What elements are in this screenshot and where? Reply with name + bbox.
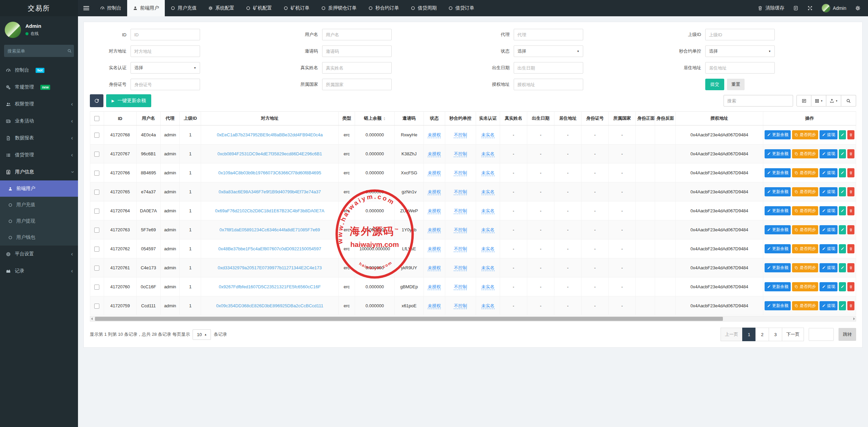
- sidebar-subitem-用户充值[interactable]: 用户充值: [0, 197, 78, 213]
- sync-button[interactable]: 是否同步: [792, 282, 818, 291]
- sidebar-item-常规管理[interactable]: 常规管理new: [0, 79, 78, 96]
- pagination-page-2[interactable]: 2: [755, 328, 769, 341]
- sidebar-item-数据报表[interactable]: 数据报表‹: [0, 130, 78, 147]
- filter-input-对方地址[interactable]: [131, 45, 200, 57]
- delete-button[interactable]: [847, 301, 854, 310]
- filter-select-秒合约单控[interactable]: 选择▼: [705, 45, 775, 57]
- edit-button[interactable]: [839, 263, 846, 272]
- scroll-right-icon[interactable]: [853, 317, 855, 320]
- columns-button[interactable]: ▼: [811, 95, 826, 106]
- second-contract-toggle[interactable]: 不控制: [454, 246, 467, 252]
- edit-button[interactable]: [839, 130, 846, 139]
- row-checkbox[interactable]: [94, 247, 99, 252]
- filter-input-所属国家[interactable]: [322, 79, 392, 90]
- top-tab-秒合约订单[interactable]: 秒合约订单: [362, 0, 405, 16]
- second-contract-toggle[interactable]: 不控制: [454, 208, 467, 214]
- delete-button[interactable]: [847, 168, 854, 177]
- withdraw-button[interactable]: 提现: [820, 244, 837, 253]
- clear-cache-button[interactable]: 清除缓存: [757, 5, 784, 11]
- realname-auth-toggle[interactable]: 未实名: [481, 170, 495, 176]
- withdraw-button[interactable]: 提现: [820, 206, 837, 215]
- menu-search-input[interactable]: [7, 48, 67, 54]
- filter-input-授权地址[interactable]: [514, 79, 583, 90]
- wallet-address-link[interactable]: 0x7f8f1daE05891234Cc6346c44fa8dE71085F7e…: [219, 227, 320, 232]
- withdraw-button[interactable]: 提现: [820, 301, 837, 310]
- wallet-address-link[interactable]: 0xEeC1aB7b2347952BE9c4f8aBBe32dd4FB94E0c…: [217, 132, 322, 137]
- top-tab-控制台[interactable]: 控制台: [94, 0, 127, 16]
- update-all-balance-button[interactable]: ▶ 一键更新余额: [106, 94, 151, 107]
- row-checkbox[interactable]: [94, 190, 99, 195]
- page-jump-button[interactable]: 跳转: [839, 328, 856, 341]
- edit-button[interactable]: [839, 149, 846, 158]
- wallet-address-link[interactable]: 0xcb0894F2531DC9e4dE7f35829ecd86D4E296c6…: [217, 151, 322, 156]
- wallet-address-link[interactable]: 0x8a83ac6E98A346F7e9f1B9d40799b4Ef73e74a…: [219, 189, 321, 194]
- realname-auth-toggle[interactable]: 未实名: [481, 151, 495, 157]
- status-toggle[interactable]: 未授权: [428, 208, 441, 214]
- update-balance-button[interactable]: 更新余额: [765, 244, 791, 253]
- realname-auth-toggle[interactable]: 未实名: [481, 246, 495, 252]
- edit-button[interactable]: [839, 301, 846, 310]
- second-contract-toggle[interactable]: 不控制: [454, 303, 467, 309]
- pagination-page-3[interactable]: 3: [769, 328, 782, 341]
- scroll-left-icon[interactable]: [91, 317, 93, 320]
- sync-button[interactable]: 是否同步: [792, 206, 818, 215]
- delete-button[interactable]: [847, 130, 854, 139]
- filter-select-状态[interactable]: 选择▼: [514, 45, 583, 57]
- filter-input-上级ID[interactable]: [705, 29, 775, 40]
- sync-button[interactable]: 是否同步: [792, 168, 818, 177]
- log-button[interactable]: [793, 5, 798, 11]
- search-button[interactable]: [841, 95, 856, 106]
- realname-auth-toggle[interactable]: 未实名: [481, 227, 495, 233]
- edit-button[interactable]: [839, 282, 846, 291]
- row-checkbox[interactable]: [94, 228, 99, 233]
- export-button[interactable]: ▼: [826, 95, 841, 106]
- update-balance-button[interactable]: 更新余额: [765, 206, 791, 215]
- realname-auth-toggle[interactable]: 未实名: [481, 132, 495, 138]
- row-checkbox[interactable]: [94, 304, 99, 309]
- filter-input-身份证号[interactable]: [131, 79, 200, 90]
- reset-button[interactable]: 重置: [727, 79, 745, 90]
- withdraw-button[interactable]: 提现: [820, 168, 837, 177]
- status-toggle[interactable]: 未授权: [428, 132, 441, 138]
- sidebar-subitem-用户钱包[interactable]: 用户钱包: [0, 229, 78, 246]
- fullscreen-button[interactable]: [807, 5, 813, 11]
- second-contract-toggle[interactable]: 不控制: [454, 132, 467, 138]
- edit-button[interactable]: [839, 225, 846, 234]
- update-balance-button[interactable]: 更新余额: [765, 168, 791, 177]
- update-balance-button[interactable]: 更新余额: [765, 225, 791, 234]
- table-search-input[interactable]: [724, 95, 793, 106]
- filter-input-邀请码[interactable]: [322, 45, 392, 57]
- row-checkbox[interactable]: [94, 171, 99, 176]
- status-toggle[interactable]: 未授权: [428, 227, 441, 233]
- submit-button[interactable]: 提交: [705, 79, 724, 90]
- withdraw-button[interactable]: 提现: [820, 225, 837, 234]
- update-balance-button[interactable]: 更新余额: [765, 263, 791, 272]
- settings-button[interactable]: [855, 5, 861, 11]
- delete-button[interactable]: [847, 206, 854, 215]
- top-tab-矿机配置[interactable]: 矿机配置: [240, 0, 278, 16]
- select-all-checkbox[interactable]: [94, 116, 99, 121]
- page-size-select[interactable]: 10 ▲: [193, 329, 211, 340]
- sidebar-item-权限管理[interactable]: 权限管理‹: [0, 96, 78, 113]
- update-balance-button[interactable]: 更新余额: [765, 187, 791, 196]
- sidebar-subitem-前端用户[interactable]: 前端用户: [0, 180, 78, 197]
- top-tab-前端用户[interactable]: 前端用户: [127, 0, 165, 16]
- edit-button[interactable]: [839, 168, 846, 177]
- sync-button[interactable]: 是否同步: [792, 244, 818, 253]
- withdraw-button[interactable]: 提现: [820, 149, 837, 158]
- status-toggle[interactable]: 未授权: [428, 284, 441, 290]
- delete-button[interactable]: [847, 149, 854, 158]
- filter-input-用户名[interactable]: [322, 29, 392, 40]
- pagination-prev[interactable]: 上一页: [721, 328, 743, 341]
- realname-auth-toggle[interactable]: 未实名: [481, 303, 495, 309]
- horizontal-scrollbar[interactable]: [90, 316, 856, 322]
- realname-auth-toggle[interactable]: 未实名: [481, 208, 495, 214]
- status-toggle[interactable]: 未授权: [428, 303, 441, 309]
- sync-button[interactable]: 是否同步: [792, 130, 818, 139]
- top-tab-质押锁仓订单[interactable]: 质押锁仓订单: [315, 0, 362, 16]
- delete-button[interactable]: [847, 282, 854, 291]
- sync-button[interactable]: 是否同步: [792, 301, 818, 310]
- filter-input-ID[interactable]: [131, 29, 200, 40]
- wallet-address-link[interactable]: 0x9267Fdfbfed1607D5C23521321FE5fc6560cC1…: [219, 284, 321, 289]
- hamburger-menu-icon[interactable]: [78, 0, 94, 16]
